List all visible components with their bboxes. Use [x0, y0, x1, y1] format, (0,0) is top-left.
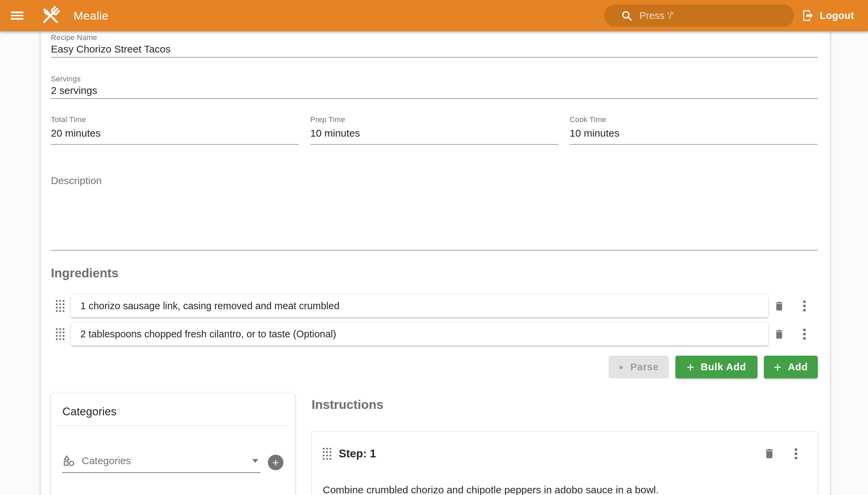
total-time-label: Total Time [51, 115, 299, 124]
recipe-name-field: Recipe Name [51, 33, 818, 58]
ingredients-list [51, 295, 818, 345]
recipe-name-label: Recipe Name [51, 33, 818, 42]
trash-icon [773, 328, 785, 340]
ingredient-menu-button[interactable] [796, 298, 812, 314]
ingredient-input[interactable] [71, 295, 768, 317]
recipe-editor: Recipe Name Servings Total Time Prep Tim… [41, 31, 830, 495]
shapes-icon [62, 454, 75, 467]
organizer-and-instructions: Categories Categories + Instructio [51, 394, 818, 495]
delete-ingredient-button[interactable] [771, 298, 787, 314]
cook-time-input[interactable] [569, 124, 818, 145]
servings-label: Servings [51, 74, 818, 83]
trash-icon [763, 447, 776, 460]
ingredient-input[interactable] [71, 323, 768, 345]
recipe-name-input[interactable] [51, 42, 818, 58]
menu-button[interactable] [11, 7, 27, 24]
ingredient-menu-button[interactable] [796, 326, 812, 342]
trash-icon [773, 301, 785, 312]
delete-step-button[interactable] [761, 445, 778, 462]
logout-button[interactable]: Logout [802, 9, 854, 22]
categories-select[interactable]: Categories [62, 454, 260, 473]
search-input[interactable] [640, 10, 784, 21]
steps-list: Step: 1 Combine crumbled chorizo and chi… [311, 431, 818, 495]
servings-input[interactable] [51, 83, 818, 99]
categories-select-label: Categories [82, 455, 246, 466]
prep-time-field: Prep Time [310, 115, 558, 145]
bulk-add-label: Bulk Add [701, 361, 746, 373]
cook-time-label: Cook Time [569, 115, 818, 124]
categories-card-title: Categories [51, 394, 295, 419]
chevron-down-icon [252, 459, 258, 463]
prep-time-input[interactable] [310, 124, 558, 145]
add-category-button[interactable]: + [268, 455, 284, 470]
add-label: Add [788, 361, 807, 373]
divider [56, 425, 290, 426]
parse-label: Parse [630, 361, 659, 373]
total-time-field: Total Time [51, 115, 299, 145]
instructions-section: Instructions Step: 1 Combine crumbled ch… [311, 394, 818, 495]
search-bar[interactable] [604, 4, 794, 27]
instruction-step-card: Step: 1 Combine crumbled chorizo and chi… [311, 431, 818, 495]
search-icon [620, 10, 633, 22]
plus-icon: + [686, 361, 694, 374]
step-title: Step: 1 [339, 447, 376, 460]
time-row: Total Time Prep Time Cook Time [51, 115, 818, 145]
parse-button[interactable]: Parse [609, 356, 669, 378]
apple-icon [619, 362, 624, 372]
app-title: Mealie [73, 9, 108, 22]
app-bar: Mealie Logout [0, 0, 868, 31]
total-time-input[interactable] [51, 124, 299, 145]
kebab-icon [795, 448, 798, 460]
bulk-add-button[interactable]: + Bulk Add [676, 356, 758, 378]
hamburger-icon [11, 12, 23, 13]
step-menu-button[interactable] [788, 445, 804, 462]
ingredients-actions: Parse + Bulk Add + Add [51, 356, 818, 378]
description-field: Description [51, 175, 818, 251]
mealie-logo-icon [40, 5, 61, 26]
kebab-icon [803, 328, 806, 340]
cook-time-field: Cook Time [569, 115, 818, 145]
servings-field: Servings [51, 74, 818, 99]
drag-handle-icon[interactable] [56, 300, 64, 312]
plus-icon: + [774, 361, 782, 374]
kebab-icon [803, 300, 806, 312]
drag-handle-icon[interactable] [323, 448, 331, 460]
logout-icon [802, 9, 814, 22]
description-label: Description [51, 175, 102, 186]
ingredient-row [51, 323, 818, 345]
drag-handle-icon[interactable] [56, 328, 64, 340]
ingredients-heading: Ingredients [51, 266, 818, 281]
plus-icon: + [272, 457, 279, 468]
step-text[interactable]: Combine crumbled chorizo and chipotle pe… [323, 483, 804, 495]
ingredient-row [51, 295, 818, 317]
prep-time-label: Prep Time [310, 115, 558, 124]
logout-label: Logout [820, 10, 854, 21]
delete-ingredient-button[interactable] [771, 326, 787, 342]
add-button[interactable]: + Add [764, 356, 818, 378]
description-textarea[interactable] [51, 187, 818, 251]
instructions-heading: Instructions [311, 397, 818, 413]
categories-card: Categories Categories + [51, 394, 295, 495]
